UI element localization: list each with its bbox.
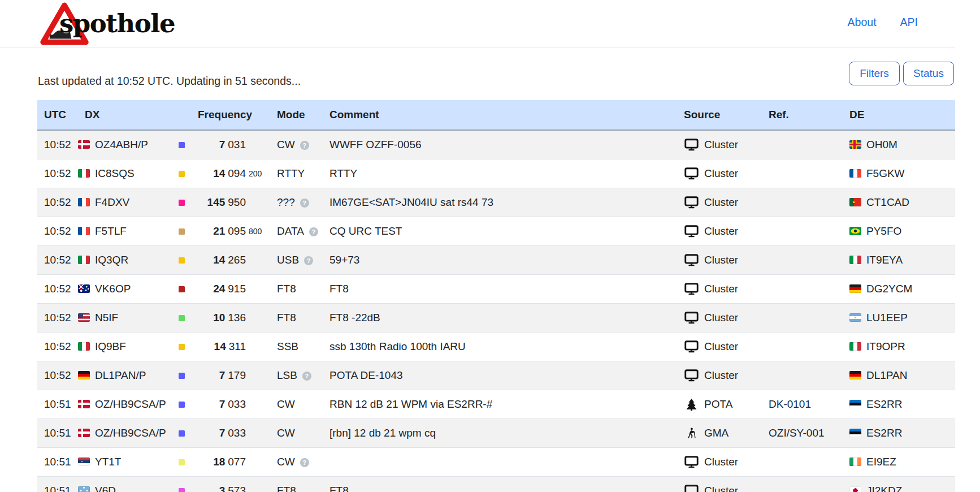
de-callsign[interactable]: LU1EEP bbox=[866, 312, 908, 323]
frequency-subkhz: 200 bbox=[246, 169, 263, 178]
monitor-icon bbox=[684, 225, 699, 238]
ref-cell bbox=[762, 448, 843, 477]
mode-label: RTTY bbox=[277, 167, 305, 179]
dx-callsign[interactable]: YT1T bbox=[95, 456, 121, 468]
de-callsign[interactable]: ES2RR bbox=[866, 427, 902, 439]
band-indicator bbox=[179, 315, 185, 321]
brand-logo[interactable]: spothole bbox=[40, 1, 220, 46]
italy-flag-icon bbox=[78, 342, 90, 351]
mode-cell: FT8 bbox=[270, 275, 323, 304]
dx-callsign[interactable]: F4DXV bbox=[95, 196, 129, 208]
source-label: Cluster bbox=[704, 283, 738, 295]
source-cell: POTA bbox=[677, 390, 762, 419]
ref-cell: OZI/SY-001 bbox=[762, 419, 843, 448]
de-callsign[interactable]: JI2KDZ bbox=[866, 485, 902, 492]
mode-label: LSB bbox=[277, 369, 297, 381]
spots-table-body: 10:52OZ4ABH/P7031CW?WWFF OZFF-0056Cluste… bbox=[37, 130, 955, 492]
dx-callsign[interactable]: OZ4ABH/P bbox=[95, 139, 148, 150]
de-callsign[interactable]: ES2RR bbox=[866, 398, 902, 410]
frequency-value: 14094 bbox=[185, 167, 246, 180]
monitor-icon bbox=[684, 196, 699, 209]
table-row: 10:52F4DXV145950????IM67GE<SAT>JN04IU sa… bbox=[37, 188, 955, 217]
source-label: Cluster bbox=[704, 254, 738, 266]
table-row: 10:52IQ3QR14265USB?59+73ClusterIT9EYA bbox=[37, 246, 955, 275]
filters-button[interactable]: Filters bbox=[849, 62, 900, 85]
de-cell: DG2YCM bbox=[843, 275, 955, 304]
col-header-ref: Ref. bbox=[762, 100, 843, 130]
mode-help-icon[interactable]: ? bbox=[302, 372, 311, 381]
mode-label: USB bbox=[277, 254, 299, 266]
top-navigation: About API bbox=[848, 16, 918, 29]
de-callsign[interactable]: PY5FO bbox=[866, 225, 901, 237]
ref-cell: DK-0101 bbox=[762, 390, 843, 419]
mode-label: FT8 bbox=[277, 283, 296, 295]
de-callsign[interactable]: DG2YCM bbox=[866, 283, 912, 295]
status-button[interactable]: Status bbox=[903, 62, 954, 85]
estonia-flag-icon bbox=[849, 429, 861, 437]
source-cell: Cluster bbox=[677, 275, 762, 304]
de-callsign[interactable]: EI9EZ bbox=[866, 456, 896, 468]
table-row: 10:52N5IF10136FT8FT8 -22dBClusterLU1EEP bbox=[37, 304, 955, 333]
de-callsign[interactable]: IT9EYA bbox=[866, 254, 903, 266]
comment-cell: FT8 -22dB bbox=[323, 304, 677, 333]
frequency-cell: 145950 bbox=[172, 188, 270, 217]
comment-cell: 59+73 bbox=[323, 246, 677, 275]
frequency-cell: 18077 bbox=[172, 448, 270, 477]
col-header-source: Source bbox=[677, 100, 762, 130]
frequency-cell: 14265 bbox=[172, 246, 270, 275]
dx-callsign[interactable]: IQ9BF bbox=[95, 340, 126, 352]
source-label: GMA bbox=[704, 427, 729, 439]
mode-help-icon[interactable]: ? bbox=[304, 256, 313, 265]
frequency-value: 21095 bbox=[185, 225, 246, 238]
dx-callsign[interactable]: V6D bbox=[95, 485, 116, 492]
col-header-frequency: Frequency bbox=[172, 100, 270, 130]
de-callsign[interactable]: OH0M bbox=[866, 139, 897, 150]
band-indicator bbox=[179, 142, 185, 148]
dx-callsign[interactable]: OZ/HB9CSA/P bbox=[95, 427, 166, 439]
serbia-flag-icon bbox=[78, 458, 90, 466]
usa-flag-icon bbox=[78, 313, 90, 322]
dx-callsign[interactable]: VK6OP bbox=[95, 283, 131, 295]
dx-callsign[interactable]: OZ/HB9CSA/P bbox=[95, 398, 166, 410]
source-label: Cluster bbox=[704, 340, 738, 353]
mode-help-icon[interactable]: ? bbox=[300, 141, 309, 150]
estonia-flag-icon bbox=[849, 400, 861, 408]
de-callsign[interactable]: F5GKW bbox=[866, 167, 905, 179]
comment-cell: RTTY bbox=[323, 159, 677, 188]
utc-cell: 10:51 bbox=[37, 390, 71, 419]
dx-cell: N5IF bbox=[71, 304, 172, 333]
dx-callsign[interactable]: F5TLF bbox=[95, 225, 127, 237]
ref-cell bbox=[762, 477, 843, 492]
nav-link-api[interactable]: API bbox=[900, 16, 918, 29]
frequency-cell: 3573 bbox=[172, 477, 270, 492]
mode-cell: CW? bbox=[270, 448, 323, 477]
dx-callsign[interactable]: IC8SQS bbox=[95, 167, 135, 179]
de-cell: JI2KDZ bbox=[843, 477, 955, 492]
de-callsign[interactable]: CT1CAD bbox=[866, 196, 909, 208]
de-callsign[interactable]: DL1PAN bbox=[866, 369, 908, 381]
source-cell: Cluster bbox=[677, 246, 762, 275]
mode-label: CW bbox=[277, 139, 295, 150]
source-label: Cluster bbox=[704, 225, 738, 238]
source-label: Cluster bbox=[704, 369, 738, 382]
mode-help-icon[interactable]: ? bbox=[309, 227, 318, 236]
utc-cell: 10:52 bbox=[37, 246, 71, 275]
table-row: 10:51OZ/HB9CSA/P7033CWRBN 12 dB 21 WPM v… bbox=[37, 390, 955, 419]
table-row: 10:52VK6OP24915FT8FT8ClusterDG2YCM bbox=[37, 275, 955, 304]
utc-cell: 10:52 bbox=[37, 275, 71, 304]
source-label: Cluster bbox=[704, 456, 738, 468]
mode-cell: RTTY bbox=[270, 159, 323, 188]
nav-link-about[interactable]: About bbox=[848, 16, 877, 29]
mode-label: SSB bbox=[277, 340, 298, 352]
brand-name: spothole bbox=[59, 8, 175, 38]
dx-callsign[interactable]: N5IF bbox=[95, 312, 118, 323]
dx-callsign[interactable]: DL1PAN/P bbox=[95, 369, 146, 381]
utc-cell: 10:52 bbox=[37, 217, 71, 246]
portugal-flag-icon bbox=[849, 198, 861, 206]
table-row: 10:52F5TLF21095800DATA?CQ URC TESTCluste… bbox=[37, 217, 955, 246]
mode-help-icon[interactable]: ? bbox=[300, 458, 309, 467]
de-callsign[interactable]: IT9OPR bbox=[866, 340, 905, 352]
dx-callsign[interactable]: IQ3QR bbox=[95, 254, 128, 266]
top-bar: spothole About API bbox=[0, 0, 955, 48]
mode-help-icon[interactable]: ? bbox=[300, 198, 309, 208]
